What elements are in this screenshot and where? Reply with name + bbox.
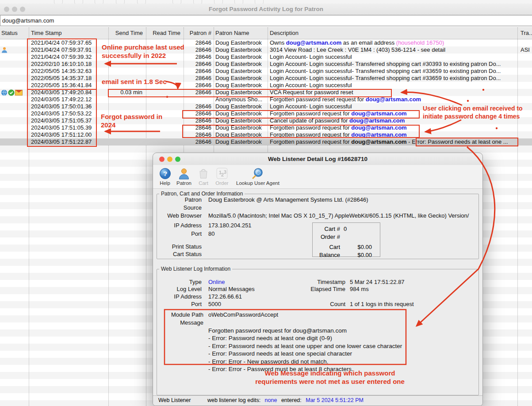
cart-summary-box: Cart # 0 Order # Cart $0.00 Balance $0.0… [312,222,380,257]
cell-patron-name: Doug Easterbrook [215,103,267,110]
description-text: Login Account- Login successful- Transfe… [270,75,501,81]
footer-edits-link[interactable]: none [265,397,277,403]
email-link[interactable]: doug@artsman.com [351,124,406,131]
field-label: IP Address [153,293,202,300]
lookup-user-agent-label: Lookup User Agent [233,180,282,186]
table-row[interactable]: 2024/03/05 17:49:22.12Anonymous Sho...Fo… [0,96,532,103]
field-value: 5 Mar 24 17:51:22.87 [350,279,478,286]
cell-timestamp: 2024/03/05 17:49:22.12 [31,96,107,103]
mail-icon [15,90,23,96]
field-label: Count [299,301,345,308]
search-input[interactable] [0,15,532,26]
cell-patron-name: Anonymous Sho... [215,96,267,103]
help-button[interactable]: ? Help [157,167,173,186]
balance-row: Balance $0.00 [313,251,380,259]
cell-patron-name: Doug Easterbrook [215,46,267,54]
col-header-status[interactable]: Status [1,30,27,36]
cell-patron-number: 28646 [183,75,211,82]
web-listener-log-groupbox-title: Web Listener Log Information [159,266,232,272]
table-row[interactable]: 2022/05/05 15:36:41.8428646Doug Easterbr… [0,82,532,89]
table-row[interactable]: 2022/02/10 16:10:10.1828646Doug Easterbr… [0,61,532,68]
field-web-browser: Web Browser Mozilla/5.0 (Macintosh; Inte… [153,212,480,219]
table-row[interactable]: 2022/05/05 14:35:32.6328646Doug Easterbr… [0,68,532,75]
field-value: Doug Easterbrook @ Arts Management Syste… [208,196,478,203]
cell-patron-name: Doug Easterbrook [215,39,267,46]
household-link[interactable]: (household 16750) [396,39,444,46]
patron-cart-order-groupbox-title: Patron, Cart and Order Information [159,191,245,197]
col-header-description[interactable]: Description [270,30,517,36]
table-row[interactable]: 2024/03/05 17:50:53.2228646Doug Easterbr… [0,110,532,117]
message-lines: Forgotten password request for doug@arts… [208,327,456,373]
col-header-patron-name[interactable]: Patron Name [215,30,266,36]
col-header-patron-no[interactable]: Patron # [183,30,211,36]
cell-patron-number: 28646 [183,68,211,75]
cell-send-time: 0.03 min [108,89,142,96]
cart-icon [195,167,211,180]
email-link[interactable]: doug@artsman.com [349,117,405,124]
cell-patron-number: 28646 [183,110,211,117]
table-header: Status Time Stamp Send Time Read Time Pa… [0,27,532,39]
field-message: Message [153,319,480,326]
footer-entered-label: entered: [281,397,302,403]
email-link[interactable]: doug@artsman.com [286,39,341,46]
cell-timestamp: 2024/03/05 17:51:12.00 [31,131,107,138]
description-text: Cancel update of password for [270,117,349,124]
email-link[interactable]: doug@artsman.com [366,96,421,103]
table-row[interactable]: 2021/04/24 07:59:37.6528646Doug Easterbr… [0,39,532,46]
check-icon [8,89,15,96]
cell-patron-number: 28646 [183,61,211,68]
window-titlebar: Forgot Password Activity Log for Patron [0,4,532,15]
field-elapsed-time: Elapsed Time 984 ms [153,286,480,293]
window-title: Forgot Password Activity Log for Patron [0,6,532,12]
description-text: Forgotten password request for [270,138,351,145]
field-listener-ip: IP Address 172.26.66.61 [153,293,339,300]
table-row[interactable]: 2024/03/05 17:51:05.3928646Doug Easterbr… [0,124,532,131]
col-header-transaction[interactable]: Tra... [521,30,532,36]
table-row[interactable]: 2024/03/05 17:51:12.0028646Doug Easterbr… [0,131,532,138]
description-text: Login Account- Login successful [270,82,352,88]
table-row[interactable]: 2024/03/05 17:51:22.8728646Doug Easterbr… [0,138,532,146]
order-number-row: Order # [313,233,380,241]
description-text: Forgotten password request for [270,110,351,117]
cell-description: Forgotten password request for doug@arts… [270,131,532,138]
table-row[interactable]: 2024/03/05 17:51:05.3728646Doug Easterbr… [0,117,532,124]
globe-icon [1,89,8,96]
cart-label: Cart [195,180,211,186]
email-link[interactable]: doug@artsman.com [351,131,406,138]
footer-app-name: Web Listener [158,397,191,403]
cell-patron-number: 28646 [183,138,211,146]
cell-description: Owns doug@artsman.com as an email addres… [270,39,532,46]
message-line: - Error: Error - New passwords did not m… [208,358,456,365]
message-line: - Error: Password needs at least one upp… [208,342,456,350]
table-row[interactable]: 2021/04/24 07:59:39.3228646Doug Easterbr… [0,54,532,61]
clipped-toolbar [0,0,532,4]
footer-edits-label: web listener log edits: [207,397,260,403]
lookup-user-agent-button[interactable]: Lookup User Agent [233,167,282,186]
table-row[interactable]: 2022/05/05 14:35:37.1828646Doug Easterbr… [0,75,532,82]
patron-button[interactable]: Patron [174,167,194,186]
cell-patron-name: Doug Easterbrook [215,138,267,146]
cell-description: Login Account- Login successful- Transfe… [270,61,532,68]
web-listener-detail-dialog: Web Listener Detail Log #16628710 ? Help… [153,153,483,406]
email-link[interactable]: doug@artsman.com [351,110,406,117]
table-row[interactable]: 2024/03/05 17:49:20.840.03 min28646Doug … [0,89,532,96]
message-line: - Error: Password needs at least one dig… [208,334,456,342]
cell-description: VCA Request for password reset [270,89,532,96]
module-path-value: oWebComPasswordAccept [208,311,456,318]
cart-button: Cart [195,167,211,186]
col-header-send-time[interactable]: Send Time [108,30,143,36]
field-source: Source [153,204,478,211]
cell-description: Login Account- Login successful- Transfe… [270,75,532,82]
cell-description: Login Account- Login successful [270,82,532,89]
col-header-timestamp[interactable]: Time Stamp [31,30,106,36]
table-row[interactable]: 2024/03/05 17:50:01.3628646Doug Easterbr… [0,103,532,110]
balance-label: Balance [313,251,340,259]
order-button: 123 Order [213,167,231,186]
field-module-path: Module Path oWebComPasswordAccept [153,311,480,318]
field-label: Cart Status [153,251,202,258]
field-value: 984 ms [350,286,478,293]
field-label: Module Path [153,311,203,318]
footer-entered-link[interactable]: Mar 5 2024 5:51:22 PM [306,397,364,403]
col-header-read-time[interactable]: Read Time [147,30,180,36]
table-row[interactable]: 2021/04/24 07:59:37.9128646Doug Easterbr… [0,46,532,54]
